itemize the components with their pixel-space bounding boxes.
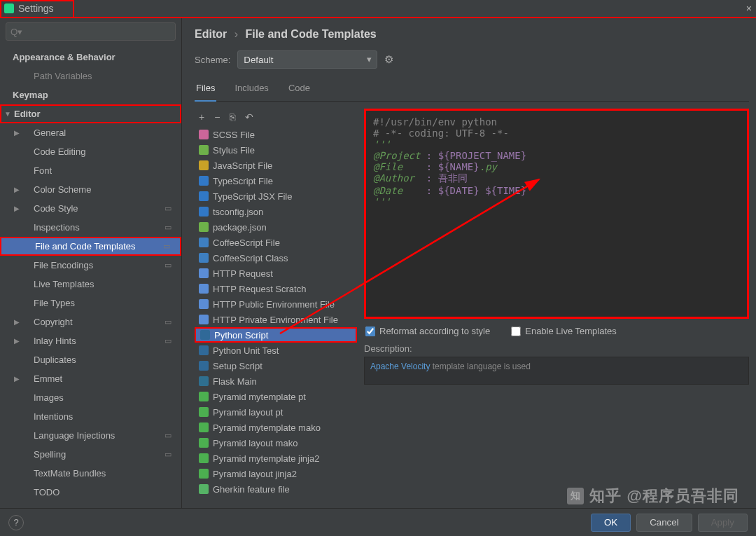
file-item-http-public-environment-file[interactable]: HTTP Public Environment File (195, 296, 357, 312)
velocity-link[interactable]: Apache Velocity (370, 362, 430, 371)
sidebar-item-file-and-code-templates[interactable]: File and Code Templates▭ (0, 237, 181, 256)
undo-icon[interactable]: ↶ (245, 111, 253, 123)
sidebar-item-language-injections[interactable]: Language Injections▭ (0, 426, 181, 445)
file-item-pyramid-mytemplate-jinja2[interactable]: Pyramid mytemplate jinja2 (195, 451, 357, 466)
file-type-icon (199, 145, 209, 155)
scheme-select[interactable]: Default (237, 50, 377, 69)
reformat-input[interactable] (365, 327, 375, 336)
search-input[interactable] (6, 22, 176, 41)
file-item-http-request-scratch[interactable]: HTTP Request Scratch (195, 281, 357, 296)
sidebar-item-intentions[interactable]: Intentions (0, 407, 181, 426)
file-type-icon (199, 130, 209, 139)
file-type-icon (199, 407, 209, 417)
file-type-icon (199, 238, 209, 247)
breadcrumb: Editor › File and Code Templates (195, 28, 749, 41)
cancel-button[interactable]: Cancel (636, 514, 692, 532)
file-item-stylus-file[interactable]: Stylus File (195, 142, 357, 158)
scheme-label: Scheme: (195, 55, 230, 65)
file-type-icon (199, 315, 209, 324)
file-item-pyramid-layout-jinja2[interactable]: Pyramid layout jinja2 (195, 466, 357, 481)
sidebar-item-emmet[interactable]: ▶Emmet (0, 369, 181, 388)
file-type-icon (199, 207, 209, 217)
scheme-row: Scheme: Default ⚙ (195, 50, 749, 69)
file-item-pyramid-layout-pt[interactable]: Pyramid layout pt (195, 404, 357, 420)
sidebar-item-spelling[interactable]: Spelling▭ (0, 445, 181, 464)
watermark: 知 知乎 @程序员吾非同 (567, 486, 739, 507)
sidebar-item-file-types[interactable]: File Types (0, 294, 181, 312)
file-list: SCSS FileStylus FileJavaScript FileTypeS… (195, 127, 357, 509)
sidebar-item-textmate-bundles[interactable]: TextMate Bundles (0, 464, 181, 483)
file-type-icon (199, 299, 209, 309)
chevron-right-icon: › (234, 28, 238, 40)
file-item-gherkin-feature-file[interactable]: Gherkin feature file (195, 481, 357, 497)
sidebar-item-font[interactable]: Font (0, 161, 181, 180)
sidebar-item-code-style[interactable]: ▶Code Style▭ (0, 199, 181, 218)
file-item-javascript-file[interactable]: JavaScript File (195, 158, 357, 173)
file-type-icon (199, 176, 209, 186)
sidebar-item-editor[interactable]: ▼Editor (0, 104, 181, 123)
file-item-package-json[interactable]: package.json (195, 219, 357, 235)
sidebar-item-inspections[interactable]: Inspections▭ (0, 218, 181, 237)
file-type-icon (199, 392, 209, 401)
sidebar-item-copyright[interactable]: ▶Copyright▭ (0, 312, 181, 331)
zhihu-icon: 知 (567, 488, 584, 504)
tab-includes[interactable]: Includes (233, 78, 270, 101)
template-editor[interactable]: #!/usr/bin/env python # -*- coding: UTF-… (364, 109, 749, 319)
file-item-setup-script[interactable]: Setup Script (195, 358, 357, 373)
sidebar-item-color-scheme[interactable]: ▶Color Scheme (0, 180, 181, 199)
file-item-python-script[interactable]: Python Script (195, 327, 357, 343)
right-panel: #!/usr/bin/env python # -*- coding: UTF-… (364, 109, 749, 509)
sidebar-item-appearance-behavior[interactable]: Appearance & Behavior (0, 48, 181, 67)
sidebar-item-duplicates[interactable]: Duplicates (0, 350, 181, 369)
remove-icon[interactable]: − (214, 111, 220, 123)
live-templates-checkbox[interactable]: Enable Live Templates (511, 326, 617, 336)
sidebar-item-general[interactable]: ▶General (0, 123, 181, 142)
file-item-http-request[interactable]: HTTP Request (195, 266, 357, 281)
close-icon[interactable]: × (746, 3, 752, 14)
file-item-coffeescript-class[interactable]: CoffeeScript Class (195, 250, 357, 266)
copy-icon[interactable]: ⎘ (230, 111, 235, 123)
file-type-icon (199, 361, 209, 371)
sidebar: Appearance & BehaviorPath VariablesKeyma… (0, 18, 182, 509)
tab-code[interactable]: Code (287, 78, 312, 101)
live-templates-input[interactable] (511, 327, 521, 336)
file-item-flask-main[interactable]: Flask Main (195, 373, 357, 389)
file-item-tsconfig-json[interactable]: tsconfig.json (195, 204, 357, 219)
file-item-coffeescript-file[interactable]: CoffeeScript File (195, 235, 357, 250)
file-item-pyramid-mytemplate-mako[interactable]: Pyramid mytemplate mako (195, 420, 357, 435)
file-item-scss-file[interactable]: SCSS File (195, 127, 357, 142)
file-type-icon (199, 438, 209, 448)
sidebar-item-inlay-hints[interactable]: ▶Inlay Hints▭ (0, 331, 181, 350)
sidebar-item-path-variables[interactable]: Path Variables (0, 67, 181, 85)
sidebar-item-todo[interactable]: TODO (0, 483, 181, 502)
reformat-checkbox[interactable]: Reformat according to style (365, 326, 490, 336)
apply-button[interactable]: Apply (698, 514, 748, 532)
breadcrumb-b: File and Code Templates (245, 28, 376, 40)
add-icon[interactable]: + (199, 111, 204, 123)
sidebar-item-live-templates[interactable]: Live Templates (0, 275, 181, 294)
file-toolbar: + − ⎘ ↶ (195, 109, 357, 127)
nav-tree: Appearance & BehaviorPath VariablesKeyma… (0, 45, 181, 509)
ok-button[interactable]: OK (591, 514, 631, 532)
template-options: Reformat according to style Enable Live … (364, 319, 749, 343)
file-item-http-private-environment-file[interactable]: HTTP Private Environment File (195, 312, 357, 327)
file-panel: + − ⎘ ↶ SCSS FileStylus FileJavaScript F… (195, 109, 357, 509)
help-icon[interactable]: ? (8, 515, 24, 530)
file-item-typescript-file[interactable]: TypeScript File (195, 173, 357, 188)
tab-files[interactable]: Files (195, 78, 216, 102)
file-type-icon (199, 453, 209, 463)
file-type-icon (199, 469, 209, 479)
search-wrap (6, 22, 176, 41)
sidebar-item-keymap[interactable]: Keymap (0, 85, 181, 104)
sidebar-item-file-encodings[interactable]: File Encodings▭ (0, 256, 181, 275)
file-type-icon (199, 345, 209, 355)
sidebar-item-images[interactable]: Images (0, 388, 181, 407)
file-type-icon (199, 484, 209, 494)
file-item-python-unit-test[interactable]: Python Unit Test (195, 343, 357, 358)
file-item-typescript-jsx-file[interactable]: TypeScript JSX File (195, 188, 357, 204)
gear-icon[interactable]: ⚙ (384, 53, 393, 66)
file-item-pyramid-layout-mako[interactable]: Pyramid layout mako (195, 435, 357, 451)
description-label: Description: (364, 343, 749, 354)
sidebar-item-code-editing[interactable]: Code Editing (0, 142, 181, 161)
file-item-pyramid-mytemplate-pt[interactable]: Pyramid mytemplate pt (195, 389, 357, 404)
